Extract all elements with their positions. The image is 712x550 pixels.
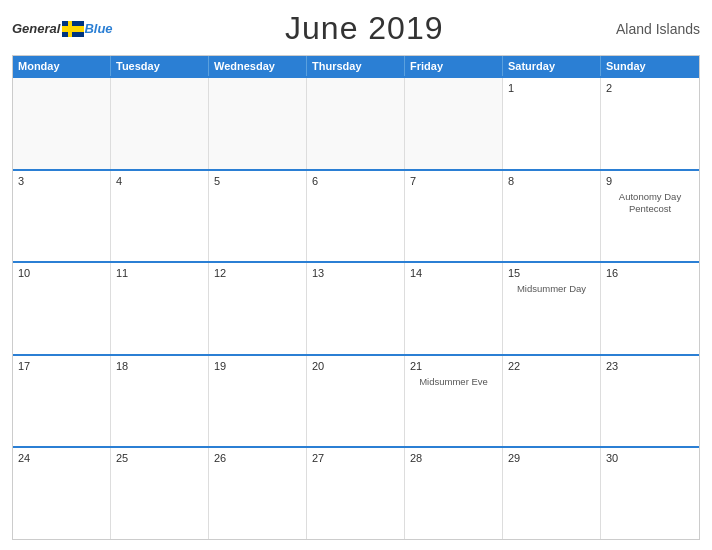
calendar-cell-r2-c1: 11 (111, 263, 209, 354)
day-number: 25 (116, 452, 203, 464)
day-number: 26 (214, 452, 301, 464)
calendar-cell-r3-c2: 19 (209, 356, 307, 447)
calendar-cell-r4-c4: 28 (405, 448, 503, 539)
calendar-row-1: 3456789Autonomy Day Pentecost (13, 169, 699, 262)
calendar-cell-r3-c1: 18 (111, 356, 209, 447)
calendar-cell-r0-c5: 1 (503, 78, 601, 169)
day-number: 15 (508, 267, 595, 279)
calendar-cell-r0-c1 (111, 78, 209, 169)
calendar-cell-r1-c3: 6 (307, 171, 405, 262)
calendar-row-4: 24252627282930 (13, 446, 699, 539)
calendar-row-0: 12 (13, 76, 699, 169)
calendar-cell-r3-c5: 22 (503, 356, 601, 447)
calendar-cell-r1-c6: 9Autonomy Day Pentecost (601, 171, 699, 262)
day-number: 10 (18, 267, 105, 279)
day-number: 30 (606, 452, 694, 464)
calendar-cell-r4-c0: 24 (13, 448, 111, 539)
day-number: 20 (312, 360, 399, 372)
header-friday: Friday (405, 56, 503, 76)
event-label: Midsummer Day (508, 283, 595, 295)
header-thursday: Thursday (307, 56, 405, 76)
logo-general-text: General (12, 21, 60, 36)
day-number: 6 (312, 175, 399, 187)
logo-blue-text: Blue (84, 21, 112, 36)
calendar-cell-r1-c5: 8 (503, 171, 601, 262)
day-number: 9 (606, 175, 694, 187)
calendar-body: 123456789Autonomy Day Pentecost101112131… (13, 76, 699, 539)
calendar-cell-r4-c2: 26 (209, 448, 307, 539)
day-number: 3 (18, 175, 105, 187)
day-number: 19 (214, 360, 301, 372)
day-number: 1 (508, 82, 595, 94)
calendar-cell-r3-c0: 17 (13, 356, 111, 447)
month-title: June 2019 (285, 10, 443, 47)
day-number: 27 (312, 452, 399, 464)
day-number: 13 (312, 267, 399, 279)
header-tuesday: Tuesday (111, 56, 209, 76)
day-number: 14 (410, 267, 497, 279)
day-number: 29 (508, 452, 595, 464)
day-number: 2 (606, 82, 694, 94)
calendar-cell-r4-c1: 25 (111, 448, 209, 539)
calendar-cell-r0-c4 (405, 78, 503, 169)
calendar: Monday Tuesday Wednesday Thursday Friday… (12, 55, 700, 540)
calendar-weekday-header: Monday Tuesday Wednesday Thursday Friday… (13, 56, 699, 76)
logo: General Blue (12, 20, 113, 38)
day-number: 21 (410, 360, 497, 372)
calendar-header: General Blue June 2019 Aland Islands (12, 10, 700, 47)
region-label: Aland Islands (616, 21, 700, 37)
day-number: 23 (606, 360, 694, 372)
day-number: 17 (18, 360, 105, 372)
calendar-cell-r2-c5: 15Midsummer Day (503, 263, 601, 354)
svg-rect-2 (68, 21, 72, 37)
calendar-cell-r2-c0: 10 (13, 263, 111, 354)
page: General Blue June 2019 Aland Islands Mon… (0, 0, 712, 550)
calendar-cell-r1-c0: 3 (13, 171, 111, 262)
day-number: 7 (410, 175, 497, 187)
calendar-cell-r4-c6: 30 (601, 448, 699, 539)
header-wednesday: Wednesday (209, 56, 307, 76)
calendar-cell-r1-c4: 7 (405, 171, 503, 262)
calendar-cell-r2-c3: 13 (307, 263, 405, 354)
calendar-cell-r0-c2 (209, 78, 307, 169)
day-number: 5 (214, 175, 301, 187)
day-number: 28 (410, 452, 497, 464)
calendar-cell-r0-c6: 2 (601, 78, 699, 169)
calendar-cell-r2-c4: 14 (405, 263, 503, 354)
header-monday: Monday (13, 56, 111, 76)
calendar-row-2: 101112131415Midsummer Day16 (13, 261, 699, 354)
header-sunday: Sunday (601, 56, 699, 76)
svg-rect-1 (62, 26, 84, 32)
calendar-cell-r2-c2: 12 (209, 263, 307, 354)
calendar-cell-r4-c5: 29 (503, 448, 601, 539)
event-label: Autonomy Day Pentecost (606, 191, 694, 216)
calendar-cell-r0-c3 (307, 78, 405, 169)
day-number: 16 (606, 267, 694, 279)
header-saturday: Saturday (503, 56, 601, 76)
calendar-cell-r1-c1: 4 (111, 171, 209, 262)
calendar-cell-r0-c0 (13, 78, 111, 169)
day-number: 24 (18, 452, 105, 464)
day-number: 22 (508, 360, 595, 372)
calendar-cell-r4-c3: 27 (307, 448, 405, 539)
calendar-cell-r3-c3: 20 (307, 356, 405, 447)
calendar-cell-r1-c2: 5 (209, 171, 307, 262)
day-number: 18 (116, 360, 203, 372)
day-number: 12 (214, 267, 301, 279)
logo-flag-icon (62, 20, 84, 38)
event-label: Midsummer Eve (410, 376, 497, 388)
day-number: 11 (116, 267, 203, 279)
calendar-cell-r3-c4: 21Midsummer Eve (405, 356, 503, 447)
calendar-cell-r3-c6: 23 (601, 356, 699, 447)
day-number: 4 (116, 175, 203, 187)
calendar-row-3: 1718192021Midsummer Eve2223 (13, 354, 699, 447)
calendar-cell-r2-c6: 16 (601, 263, 699, 354)
day-number: 8 (508, 175, 595, 187)
